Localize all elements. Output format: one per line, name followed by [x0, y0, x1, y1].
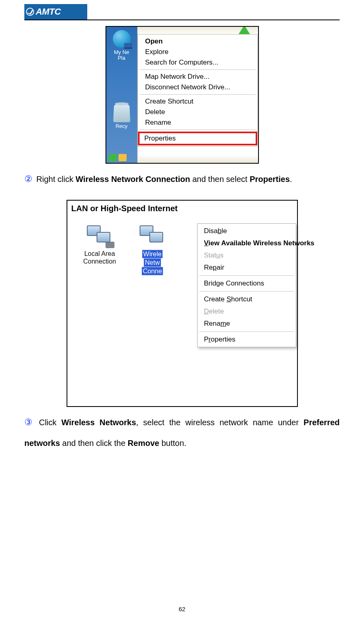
taskbar-icons — [109, 154, 127, 161]
wireless-label-line1: Wirele — [142, 250, 163, 258]
logo-bolt-icon — [26, 8, 34, 16]
t: operties — [211, 335, 235, 343]
logo-text: AMTC — [36, 6, 61, 17]
t: Rena — [204, 320, 221, 327]
globe-icon — [113, 30, 131, 48]
t: Disa — [204, 227, 218, 235]
step-3-text: ③ Click Wireless Networks, select the wi… — [24, 412, 340, 453]
menu-item-properties[interactable]: Properties — [198, 333, 295, 346]
menu-separator — [140, 130, 256, 130]
menu-item-explore[interactable]: Explore — [139, 47, 256, 57]
bin-icon — [113, 104, 130, 122]
menu-separator — [140, 94, 256, 95]
menu-item-status: Status — [198, 249, 295, 262]
wireless-connection-icon[interactable]: Wirele Netw Conne — [132, 225, 173, 276]
figure-2: LAN or High-Speed Internet Local Area Co… — [24, 200, 340, 407]
t: iew Available Wireless Networks — [209, 239, 314, 247]
text: Right click — [37, 175, 76, 184]
t: P — [204, 335, 209, 343]
wireless-context-menu: Disable View Available Wireless Networks… — [197, 223, 296, 347]
t: s — [220, 251, 224, 259]
menu-separator — [199, 291, 294, 292]
bold: Remove — [128, 439, 159, 448]
u: b — [218, 227, 222, 235]
menu-item-create-shortcut[interactable]: Create Shortcut — [198, 293, 295, 305]
menu-item-disconnect-drive[interactable]: Disconnect Network Drive... — [139, 82, 256, 93]
menu-item-bridge[interactable]: Bridge Connections — [198, 277, 295, 290]
my-network-label: My Ne Pla — [114, 49, 129, 61]
text: and then click the — [60, 439, 128, 448]
recycle-bin-icon: Recy — [110, 104, 133, 129]
menu-item-repair[interactable]: Repair — [198, 262, 295, 274]
context-menu-area: Open Explore Search for Computers... Map… — [137, 27, 258, 163]
t: le — [222, 227, 227, 235]
t: Brid — [204, 279, 216, 287]
u: p — [213, 264, 216, 271]
local-area-label: Local Area Connection — [83, 250, 116, 265]
t: e — [226, 320, 230, 327]
u: S — [226, 295, 231, 303]
menu-item-rename[interactable]: Rename — [198, 318, 295, 330]
u: g — [216, 279, 220, 287]
t: elete — [209, 307, 224, 315]
t: hortcut — [231, 295, 252, 303]
text: Click — [39, 418, 61, 427]
t: Stat — [204, 251, 216, 259]
wireless-label-line3: Conne — [142, 267, 163, 275]
step-3-number: ③ — [24, 412, 32, 433]
u: m — [220, 320, 226, 327]
monitor-icon — [97, 232, 110, 242]
properties-highlight: Properties — [138, 132, 257, 145]
desktop-screenshot: My Ne Pla Recy Open Explore Search for C… — [106, 26, 259, 164]
figure-1: My Ne Pla Recy Open Explore Search for C… — [24, 26, 340, 164]
step-2-number: ② — [24, 169, 32, 190]
wlan-icon — [139, 225, 166, 247]
lan-icon — [86, 225, 114, 247]
menu-item-properties[interactable]: Properties — [140, 133, 256, 144]
menu-separator — [140, 69, 256, 70]
menu-item-search[interactable]: Search for Computers... — [139, 57, 256, 68]
t: Create — [204, 295, 227, 303]
plug-icon — [106, 242, 114, 248]
bold: Properties — [250, 175, 290, 184]
network-connections-screenshot: LAN or High-Speed Internet Local Area Co… — [67, 200, 298, 407]
step-2-text: ② Right click Wireless Network Connectio… — [24, 169, 340, 190]
menu-item-delete[interactable]: Delete — [139, 107, 256, 117]
brand-logo: AMTC — [24, 4, 87, 19]
menu-item-view-networks[interactable]: View Available Wireless Networks — [198, 237, 295, 249]
t: Re — [204, 264, 213, 271]
u: V — [204, 239, 209, 247]
text: , select the wireless network name under — [136, 418, 304, 427]
my-network-places-icon: My Ne Pla — [110, 30, 133, 61]
menu-separator — [199, 275, 294, 276]
menu-item-map-drive[interactable]: Map Network Drive... — [139, 71, 256, 82]
green-arrow-icon — [239, 26, 250, 34]
menu-item-rename[interactable]: Rename — [139, 117, 256, 128]
header-divider — [24, 19, 340, 20]
context-menu: Open Explore Search for Computers... Map… — [138, 34, 258, 147]
t: air — [217, 264, 224, 271]
panel-title: LAN or High-Speed Internet — [67, 201, 297, 215]
page-number: 62 — [0, 606, 364, 612]
tray-icon — [109, 154, 117, 161]
menu-item-shortcut[interactable]: Create Shortcut — [139, 96, 256, 107]
wireless-label-line2: Netw — [144, 258, 161, 267]
u: D — [204, 307, 209, 315]
recycle-label: Recy — [116, 123, 128, 129]
text: button. — [159, 439, 186, 448]
local-area-connection-icon[interactable]: Local Area Connection — [80, 225, 120, 276]
menu-item-open[interactable]: Open — [139, 36, 256, 47]
tray-icon — [118, 154, 127, 161]
u: u — [216, 251, 220, 259]
t: e Connections — [220, 279, 264, 287]
bold: Wireless Network Connection — [75, 175, 190, 184]
menu-item-disable[interactable]: Disable — [198, 225, 295, 237]
text: . — [290, 175, 292, 184]
text: and then select — [190, 175, 250, 184]
bold: Wireless Networks — [61, 418, 136, 427]
menu-item-delete: Delete — [198, 305, 295, 318]
menu-separator — [199, 331, 294, 332]
monitor-icon — [149, 232, 163, 242]
desktop-background: My Ne Pla Recy — [106, 27, 137, 163]
